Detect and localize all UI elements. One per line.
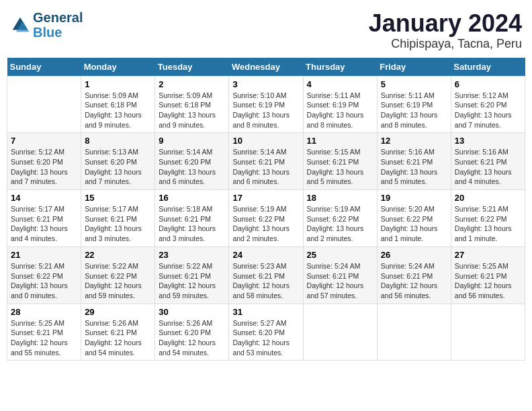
- logo: General Blue: [10, 10, 83, 40]
- table-row: 24Sunrise: 5:23 AMSunset: 6:21 PMDayligh…: [229, 246, 303, 304]
- col-friday: Friday: [377, 58, 451, 77]
- table-row: 26Sunrise: 5:24 AMSunset: 6:21 PMDayligh…: [377, 246, 451, 304]
- page-header: General Blue January 2024 Chipispaya, Ta…: [7, 7, 525, 51]
- day-info: Sunrise: 5:14 AMSunset: 6:21 PMDaylight:…: [232, 147, 299, 187]
- day-number: 29: [85, 307, 151, 317]
- day-number: 25: [307, 250, 373, 260]
- day-info: Sunrise: 5:11 AMSunset: 6:19 PMDaylight:…: [381, 91, 447, 130]
- calendar-week-row: 14Sunrise: 5:17 AMSunset: 6:21 PMDayligh…: [7, 190, 525, 247]
- day-info: Sunrise: 5:17 AMSunset: 6:21 PMDaylight:…: [85, 204, 151, 244]
- table-row: 10Sunrise: 5:14 AMSunset: 6:21 PMDayligh…: [229, 133, 303, 190]
- day-number: 1: [85, 79, 151, 89]
- day-number: 2: [159, 79, 225, 89]
- col-thursday: Thursday: [303, 58, 377, 77]
- day-number: 30: [159, 307, 225, 317]
- day-number: 21: [11, 250, 77, 260]
- col-monday: Monday: [81, 58, 155, 77]
- day-info: Sunrise: 5:18 AMSunset: 6:21 PMDaylight:…: [159, 204, 225, 244]
- table-row: 12Sunrise: 5:16 AMSunset: 6:21 PMDayligh…: [377, 133, 451, 190]
- day-info: Sunrise: 5:22 AMSunset: 6:22 PMDaylight:…: [85, 261, 151, 301]
- day-info: Sunrise: 5:22 AMSunset: 6:21 PMDaylight:…: [159, 261, 225, 301]
- day-number: 22: [85, 250, 151, 260]
- day-info: Sunrise: 5:25 AMSunset: 6:21 PMDaylight:…: [455, 261, 521, 301]
- day-info: Sunrise: 5:26 AMSunset: 6:20 PMDaylight:…: [159, 318, 225, 358]
- table-row: 25Sunrise: 5:24 AMSunset: 6:21 PMDayligh…: [303, 246, 377, 304]
- day-number: 26: [381, 250, 447, 260]
- table-row: [303, 304, 377, 361]
- page-title: January 2024: [369, 10, 522, 37]
- day-number: 18: [307, 193, 373, 203]
- day-number: 8: [85, 136, 151, 146]
- day-number: 31: [232, 307, 299, 317]
- table-row: 4Sunrise: 5:11 AMSunset: 6:19 PMDaylight…: [303, 76, 377, 133]
- day-number: 7: [11, 136, 77, 146]
- day-info: Sunrise: 5:25 AMSunset: 6:21 PMDaylight:…: [11, 318, 77, 358]
- day-number: 9: [159, 136, 225, 146]
- calendar-table: Sunday Monday Tuesday Wednesday Thursday…: [7, 58, 525, 361]
- calendar-header-row: Sunday Monday Tuesday Wednesday Thursday…: [7, 58, 525, 77]
- logo-icon: [10, 15, 30, 35]
- day-info: Sunrise: 5:10 AMSunset: 6:19 PMDaylight:…: [232, 91, 299, 130]
- day-info: Sunrise: 5:27 AMSunset: 6:20 PMDaylight:…: [232, 318, 299, 358]
- table-row: 31Sunrise: 5:27 AMSunset: 6:20 PMDayligh…: [229, 304, 303, 361]
- day-number: 15: [85, 193, 151, 203]
- day-info: Sunrise: 5:17 AMSunset: 6:21 PMDaylight:…: [11, 204, 77, 244]
- day-info: Sunrise: 5:23 AMSunset: 6:21 PMDaylight:…: [232, 261, 299, 301]
- day-info: Sunrise: 5:14 AMSunset: 6:20 PMDaylight:…: [159, 147, 225, 187]
- day-number: 23: [159, 250, 225, 260]
- table-row: 5Sunrise: 5:11 AMSunset: 6:19 PMDaylight…: [377, 76, 451, 133]
- calendar-week-row: 21Sunrise: 5:21 AMSunset: 6:22 PMDayligh…: [7, 246, 525, 304]
- day-number: 3: [232, 79, 299, 89]
- day-number: 11: [307, 136, 373, 146]
- day-info: Sunrise: 5:12 AMSunset: 6:20 PMDaylight:…: [455, 91, 521, 130]
- calendar-week-row: 1Sunrise: 5:09 AMSunset: 6:18 PMDaylight…: [7, 76, 525, 133]
- table-row: [377, 304, 451, 361]
- table-row: 23Sunrise: 5:22 AMSunset: 6:21 PMDayligh…: [155, 246, 229, 304]
- table-row: 19Sunrise: 5:20 AMSunset: 6:22 PMDayligh…: [377, 190, 451, 247]
- page-subtitle: Chipispaya, Tacna, Peru: [369, 37, 522, 51]
- day-number: 12: [381, 136, 447, 146]
- day-info: Sunrise: 5:12 AMSunset: 6:20 PMDaylight:…: [11, 147, 77, 187]
- table-row: 22Sunrise: 5:22 AMSunset: 6:22 PMDayligh…: [81, 246, 155, 304]
- day-info: Sunrise: 5:19 AMSunset: 6:22 PMDaylight:…: [232, 204, 299, 244]
- day-number: 24: [232, 250, 299, 260]
- table-row: 7Sunrise: 5:12 AMSunset: 6:20 PMDaylight…: [7, 133, 81, 190]
- day-info: Sunrise: 5:19 AMSunset: 6:22 PMDaylight:…: [307, 204, 373, 244]
- table-row: 1Sunrise: 5:09 AMSunset: 6:18 PMDaylight…: [81, 76, 155, 133]
- day-info: Sunrise: 5:21 AMSunset: 6:22 PMDaylight:…: [11, 261, 77, 301]
- table-row: 30Sunrise: 5:26 AMSunset: 6:20 PMDayligh…: [155, 304, 229, 361]
- table-row: [451, 304, 525, 361]
- day-info: Sunrise: 5:16 AMSunset: 6:21 PMDaylight:…: [381, 147, 447, 187]
- day-number: 14: [11, 193, 77, 203]
- day-number: 19: [381, 193, 447, 203]
- table-row: 9Sunrise: 5:14 AMSunset: 6:20 PMDaylight…: [155, 133, 229, 190]
- col-sunday: Sunday: [7, 58, 81, 77]
- table-row: [7, 76, 81, 133]
- day-number: 16: [159, 193, 225, 203]
- col-wednesday: Wednesday: [229, 58, 303, 77]
- col-saturday: Saturday: [451, 58, 525, 77]
- day-number: 10: [232, 136, 299, 146]
- day-number: 5: [381, 79, 447, 89]
- table-row: 14Sunrise: 5:17 AMSunset: 6:21 PMDayligh…: [7, 190, 81, 247]
- calendar-week-row: 7Sunrise: 5:12 AMSunset: 6:20 PMDaylight…: [7, 133, 525, 190]
- day-number: 6: [455, 79, 521, 89]
- day-info: Sunrise: 5:15 AMSunset: 6:21 PMDaylight:…: [307, 147, 373, 187]
- day-info: Sunrise: 5:13 AMSunset: 6:20 PMDaylight:…: [85, 147, 151, 187]
- table-row: 11Sunrise: 5:15 AMSunset: 6:21 PMDayligh…: [303, 133, 377, 190]
- title-block: January 2024 Chipispaya, Tacna, Peru: [369, 10, 522, 51]
- table-row: 21Sunrise: 5:21 AMSunset: 6:22 PMDayligh…: [7, 246, 81, 304]
- day-number: 20: [455, 193, 521, 203]
- table-row: 18Sunrise: 5:19 AMSunset: 6:22 PMDayligh…: [303, 190, 377, 247]
- day-info: Sunrise: 5:11 AMSunset: 6:19 PMDaylight:…: [307, 91, 373, 130]
- table-row: 29Sunrise: 5:26 AMSunset: 6:21 PMDayligh…: [81, 304, 155, 361]
- table-row: 27Sunrise: 5:25 AMSunset: 6:21 PMDayligh…: [451, 246, 525, 304]
- day-number: 28: [11, 307, 77, 317]
- table-row: 15Sunrise: 5:17 AMSunset: 6:21 PMDayligh…: [81, 190, 155, 247]
- day-number: 17: [232, 193, 299, 203]
- table-row: 20Sunrise: 5:21 AMSunset: 6:22 PMDayligh…: [451, 190, 525, 247]
- day-number: 13: [455, 136, 521, 146]
- logo-text: General Blue: [33, 10, 83, 40]
- table-row: 3Sunrise: 5:10 AMSunset: 6:19 PMDaylight…: [229, 76, 303, 133]
- table-row: 2Sunrise: 5:09 AMSunset: 6:18 PMDaylight…: [155, 76, 229, 133]
